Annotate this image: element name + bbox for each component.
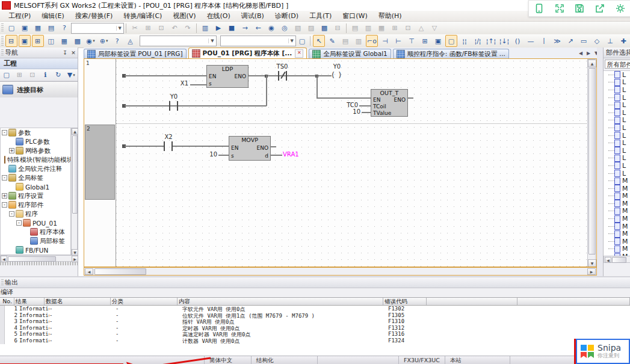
help-circle-icon[interactable]: ?▾ — [111, 35, 123, 47]
column-header[interactable]: 结果 — [14, 298, 45, 305]
close-icon[interactable]: ✕ — [69, 49, 78, 57]
tree-local-label[interactable]: 局部标签 — [1, 236, 70, 245]
copy-data-icon[interactable]: ⊞▾ — [14, 69, 26, 81]
all-parts-header[interactable]: 所有部件 — [605, 60, 630, 69]
comment-box-icon[interactable]: ▭▾ — [578, 35, 590, 47]
device-display-mode-icon[interactable]: ◉▾ — [85, 35, 97, 47]
part-item[interactable]: L — [604, 101, 630, 109]
ladder-fbd-canvas[interactable]: 1 2 LDP ENENO s X1 TS0 Y0 ( ) — [84, 58, 597, 267]
menu-item[interactable]: 转换/编译(C) — [119, 11, 167, 21]
ldp-function-block[interactable]: LDP ENENO s — [206, 65, 249, 88]
result-row[interactable]: 3 Information - - 指针 VAR用 使用0点 F1310 — [0, 318, 630, 325]
tab-close-icon[interactable]: ✕ — [295, 49, 303, 58]
open-contact-x2[interactable] — [164, 141, 173, 151]
data-info-icon[interactable]: ℹ▾ — [40, 69, 52, 81]
device-combo-2[interactable]: ▼ — [220, 35, 296, 46]
part-item[interactable]: L — [604, 86, 630, 94]
menu-item[interactable]: 工具(T) — [304, 11, 336, 21]
ladder-block-icon[interactable]: ▤▾ — [339, 35, 351, 47]
vertical-line-icon[interactable]: 〡▾ — [538, 35, 550, 47]
horizontal-line-icon[interactable]: —▾ — [525, 35, 537, 47]
compile-icon[interactable]: ⊥▾ — [604, 35, 616, 47]
tree-horizontal-scrollbar[interactable]: ◀ ▶ — [0, 255, 78, 262]
part-item[interactable]: M — [604, 193, 630, 200]
part-item[interactable]: M — [604, 200, 630, 208]
part-item[interactable]: L — [604, 147, 630, 155]
paste-icon[interactable]: ⊡▾ — [155, 22, 167, 34]
tree-fb-fun[interactable]: FB/FUN — [1, 245, 70, 254]
tablet-icon[interactable] — [533, 2, 546, 15]
editor-horizontal-scrollbar[interactable]: ◀ ▶ — [84, 267, 597, 276]
tree-vertical-scrollbar[interactable]: ▲ ▼ — [71, 128, 78, 255]
fullscreen-icon[interactable] — [553, 2, 566, 15]
share-icon[interactable] — [593, 2, 607, 15]
edit-block-icon[interactable]: ⊡▾ — [402, 22, 414, 34]
device-batch-icon[interactable]: ▩▾ — [318, 22, 330, 34]
expand-toggle-icon[interactable] — [2, 193, 7, 199]
parts-horizontal-scrollbar[interactable]: ◀ — [604, 256, 630, 263]
scroll-thumb[interactable] — [612, 257, 626, 263]
part-item[interactable]: M — [604, 215, 630, 223]
part-item[interactable]: M — [604, 238, 630, 245]
menu-item[interactable]: 编辑(E) — [37, 11, 69, 21]
menu-item[interactable]: 搜索/替换(F) — [70, 11, 118, 21]
operand-10[interactable]: 10 — [336, 108, 360, 115]
tab-scroll-left-icon[interactable]: ◀ — [577, 49, 584, 57]
copy-icon[interactable]: ⊞▾ — [142, 22, 154, 34]
scroll-left-icon[interactable]: ◀ — [605, 257, 611, 263]
operand-x1[interactable]: X1 — [162, 80, 188, 87]
paste-data-icon[interactable]: ⊡▾ — [26, 69, 39, 81]
return-icon[interactable]: ↗▾ — [564, 35, 576, 47]
tree-global1[interactable]: Global1 — [1, 182, 70, 191]
part-item[interactable]: L — [604, 155, 630, 162]
device-combo-1[interactable]: ▼ — [140, 35, 217, 46]
output-variable-icon[interactable]: ⊢▾ — [392, 35, 404, 47]
scroll-thumb[interactable] — [588, 68, 596, 254]
page-setup-icon[interactable]: ▢ — [297, 35, 307, 47]
column-header[interactable]: 内容 — [178, 298, 383, 305]
device-register-icon[interactable]: ▩▾ — [72, 35, 84, 47]
column-header[interactable] — [517, 298, 630, 305]
fb-select-icon[interactable]: ▢▾ — [445, 35, 457, 47]
note-icon[interactable]: ▥▾ — [362, 22, 374, 34]
device-find-icon[interactable]: ◫▾ — [45, 35, 57, 47]
select-mode-icon[interactable]: ↖▾ — [313, 35, 325, 47]
scroll-thumb[interactable] — [72, 135, 78, 214]
part-item[interactable]: L — [604, 79, 630, 87]
save-project-icon[interactable]: ▦▾ — [32, 22, 44, 34]
part-item[interactable]: L — [604, 94, 630, 102]
tree-program-parts[interactable]: 程序部件 — [1, 200, 70, 209]
part-item[interactable]: L — [604, 162, 630, 170]
part-item[interactable]: L — [604, 71, 630, 79]
expand-toggle-icon[interactable] — [2, 130, 7, 135]
tab-scroll-right-icon[interactable]: ▶ — [585, 49, 592, 57]
watch-stop-icon[interactable]: ▨▾ — [305, 22, 317, 34]
rising-contact-icon[interactable]: ¦↑¦▾ — [485, 35, 497, 47]
part-item[interactable]: M — [604, 245, 630, 253]
closed-contact-icon[interactable]: ¦/¦▾ — [472, 35, 484, 47]
open-project-icon[interactable]: ▣▾ — [19, 22, 31, 34]
device-test-icon[interactable]: ⊟▾ — [332, 22, 344, 34]
part-item[interactable]: L — [604, 132, 630, 140]
column-header[interactable]: 错误代码 — [383, 298, 427, 305]
part-item[interactable]: M — [604, 177, 630, 185]
check-program-icon[interactable]: △▾ — [415, 22, 427, 34]
tree-plc-parameter[interactable]: PLC参数 — [1, 137, 70, 146]
result-row[interactable]: 2 Information - - 位软元件 VAR用 使用1点 (范围 M76… — [0, 312, 630, 319]
undo-icon[interactable]: ↶▾ — [168, 22, 181, 34]
tab-global-label[interactable]: 全局标签设置 Global1 ✕ — [309, 49, 391, 58]
tree-network-parameter[interactable]: 网络参数 — [1, 146, 70, 155]
toolbar-grip[interactable] — [1, 23, 4, 32]
tree-global-label[interactable]: 全局标签 — [1, 173, 70, 182]
part-item[interactable]: L — [604, 117, 630, 125]
operand-vra1[interactable]: VRA1 — [283, 151, 299, 158]
output-window-icon[interactable]: ⊞▾ — [32, 35, 44, 47]
operand-y0-coil[interactable]: Y0 — [325, 63, 349, 70]
menu-item[interactable]: 工程(P) — [4, 11, 36, 21]
comment-pen-icon[interactable]: ✎▾ — [326, 35, 338, 47]
scroll-up-icon[interactable]: ▲ — [588, 60, 596, 67]
monitor-mode-icon[interactable]: ◉▾ — [265, 22, 277, 34]
open-contact-icon[interactable]: ¦¦▾ — [459, 35, 471, 47]
tree-pou01[interactable]: POU_01 — [1, 218, 70, 227]
function-block-icon[interactable]: ⊞▾ — [419, 35, 431, 47]
